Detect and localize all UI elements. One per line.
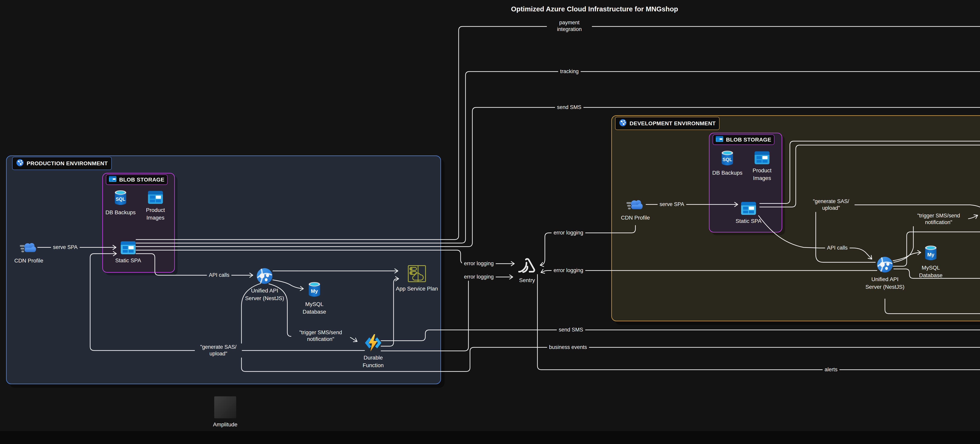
- amplitude-icon: [214, 396, 236, 419]
- node-prod-app-service-plan: App Service Plan: [391, 265, 442, 293]
- node-dev-static-spa: Static SPA: [723, 202, 774, 225]
- app-service-plan-icon: [407, 265, 426, 283]
- node-dev-product-images: Product Images: [737, 151, 788, 182]
- blob-container-icon: [755, 151, 770, 165]
- sql-database-icon: SQL: [720, 150, 735, 167]
- edge-alerts: [538, 274, 980, 370]
- node-prod-product-images: Product Images: [130, 191, 181, 221]
- mysql-icon: My: [923, 245, 939, 262]
- edge-label-tracking-prod: tracking: [558, 68, 581, 75]
- edge-send-sms-prod: [136, 107, 980, 247]
- node-prod-cdn-profile: CDN Profile: [3, 241, 54, 265]
- app-service-globe-icon: [256, 267, 273, 285]
- node-sentry: Sentry: [501, 257, 552, 284]
- edge-label-error-logging-dev-1: error logging: [552, 229, 585, 237]
- node-dev-mysql-database: My MySQL Database: [905, 245, 956, 279]
- node-prod-static-spa: Static SPA: [103, 241, 154, 264]
- mysql-icon: My: [307, 282, 322, 299]
- edge-label-payment-integration-prod: payment integration: [547, 19, 592, 33]
- edge-label-send-sms-mid: send SMS: [557, 326, 585, 334]
- edge-label-api-calls-prod: API calls: [207, 272, 231, 279]
- edge-tracking-prod: [136, 72, 980, 243]
- edge-label-send-sms-prod: send SMS: [555, 104, 584, 111]
- node-amplitude: Amplitude: [200, 396, 251, 428]
- edge-label-trigger-sms-prod: "trigger SMS/send notification": [291, 329, 350, 343]
- sentry-icon: [517, 257, 537, 275]
- edge-error-logging-prod-1: [136, 250, 514, 264]
- edge-label-error-logging-dev-2: error logging: [552, 267, 585, 274]
- edge-label-error-logging-prod-2: error logging: [462, 273, 496, 281]
- edge-label-alerts: alerts: [822, 366, 840, 374]
- node-prod-unified-api-server: Unified API Server (NestJS): [239, 267, 290, 302]
- edge-business-events-dev: [885, 299, 980, 359]
- blob-container-icon: [148, 191, 163, 205]
- edge-label-generate-sas-prod: "generate SAS/ upload": [195, 344, 242, 358]
- edge-label-generate-sas-dev: "generate SAS/ upload": [808, 198, 854, 212]
- edge-label-business-events-prod: business events: [547, 344, 589, 351]
- blob-container-icon: [121, 241, 136, 255]
- svg-text:My: My: [927, 252, 934, 258]
- node-dev-cdn-profile: CDN Profile: [610, 198, 661, 222]
- edge-label-api-calls-dev: API calls: [825, 244, 850, 252]
- bottom-band: [0, 431, 980, 444]
- node-dev-unified-api-server: Unified API Server (NestJS): [859, 256, 910, 291]
- diagram-canvas: Optimized Azure Cloud Infrastructure for…: [0, 0, 980, 444]
- edge-label-error-logging-prod-1: error logging: [462, 260, 496, 267]
- node-prod-mysql-database: My MySQL Database: [289, 282, 340, 316]
- svg-text:My: My: [311, 288, 318, 294]
- cloud-cdn-icon: [20, 241, 38, 255]
- app-service-globe-icon: [877, 256, 893, 274]
- edge-tracking-dev: [760, 83, 980, 207]
- connector-edges: [0, 0, 980, 444]
- edge-label-trigger-sms-dev: "trigger SMS/send notification": [909, 212, 968, 226]
- edge-label-serve-spa-prod: serve SPA: [51, 243, 80, 251]
- edge-payment-integration-dev: [760, 41, 980, 204]
- edge-error-logging-dev-2: [541, 271, 877, 272]
- sql-database-icon: SQL: [113, 190, 128, 207]
- blob-container-icon: [741, 202, 756, 216]
- edge-label-serve-spa-dev: serve SPA: [657, 201, 686, 208]
- svg-text:SQL: SQL: [116, 196, 125, 202]
- cloud-cdn-icon: [627, 198, 644, 212]
- lightning-function-icon: [364, 334, 382, 352]
- svg-text:SQL: SQL: [722, 157, 732, 162]
- node-prod-durable-function: Durable Function: [348, 334, 399, 369]
- edge-api-calls-dev: [759, 216, 872, 259]
